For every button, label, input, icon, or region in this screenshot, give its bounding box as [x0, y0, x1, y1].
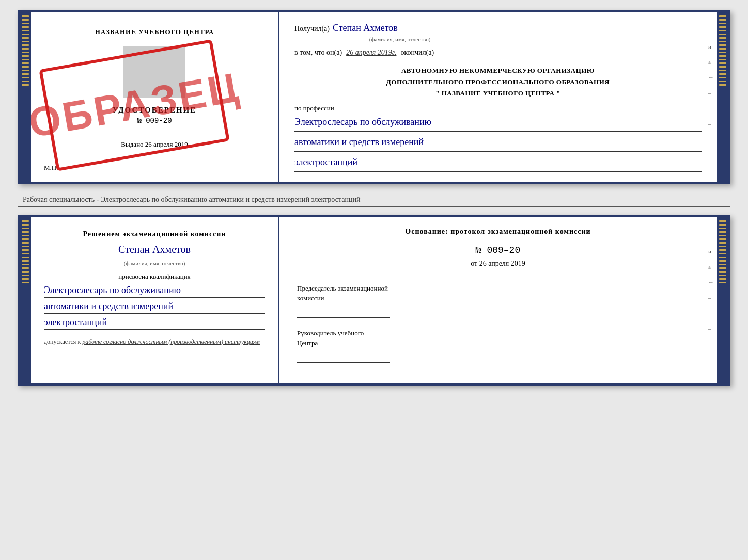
- spine-decoration: [22, 267, 29, 269]
- spine-decoration: [22, 228, 29, 229]
- spine-decoration: [22, 59, 29, 60]
- profession-label: по профессии: [294, 104, 702, 113]
- issued-label: Выдано: [121, 140, 143, 148]
- training-center-title: НАЗВАНИЕ УЧЕБНОГО ЦЕНТРА: [44, 28, 265, 36]
- spine-decoration: [22, 275, 29, 276]
- spine-decoration: [22, 242, 29, 244]
- top-left-page: НАЗВАНИЕ УЧЕБНОГО ЦЕНТРА УДОСТОВЕРЕНИЕ №…: [31, 12, 279, 182]
- spine-decoration: [22, 249, 29, 251]
- cert-title-block: УДОСТОВЕРЕНИЕ № 009-20: [44, 106, 265, 125]
- spine-decoration: [22, 23, 29, 24]
- spine-decoration: [22, 77, 29, 78]
- spine-decoration: [22, 235, 29, 236]
- spine-decoration: [22, 264, 29, 265]
- spine-decoration: [719, 264, 726, 265]
- received-line: Получил(а) Степан Ахметов (фамилия, имя,…: [294, 23, 702, 42]
- spine-decoration: [22, 271, 29, 273]
- mp-label: М.П.: [44, 164, 58, 172]
- org-line3: " НАЗВАНИЕ УЧЕБНОГО ЦЕНТРА ": [294, 88, 702, 99]
- spine-decoration: [22, 238, 29, 240]
- profession-line3: электростанций: [294, 155, 702, 172]
- qual-line3: электростанций: [44, 317, 265, 330]
- bottom-name-written: Степан Ахметов: [44, 244, 265, 257]
- profession-line1: Электрослесарь по обслуживанию: [294, 115, 702, 132]
- spine-decoration: [22, 73, 29, 75]
- spine-decoration: [719, 41, 726, 42]
- spine-decoration: [22, 246, 29, 247]
- spine-decoration: [22, 282, 29, 283]
- predsedatel-line2: комиссии: [297, 293, 699, 303]
- spine-decoration: [719, 84, 726, 86]
- spine-decoration: [719, 77, 726, 78]
- spine-decoration: [719, 228, 726, 229]
- ot-date: от 26 апреля 2019: [297, 260, 699, 268]
- spine-decoration: [719, 52, 726, 53]
- spine-decoration: [22, 224, 29, 226]
- issued-date: 26 апреля 2019: [145, 140, 188, 148]
- org-block: АВТОНОМНУЮ НЕКОММЕРЧЕСКУЮ ОРГАНИЗАЦИЮ ДО…: [294, 65, 702, 99]
- vtom-date: 26 апреля 2019г.: [346, 49, 396, 57]
- spine-decoration: [719, 55, 726, 57]
- vtom-suffix: окончил(а): [400, 49, 434, 57]
- spine-decoration: [719, 26, 726, 28]
- spine-left: [20, 12, 31, 182]
- spine-decoration: [719, 66, 726, 68]
- spine-decoration: [719, 231, 726, 233]
- spine-decoration: [719, 271, 726, 273]
- spine-decoration: [22, 231, 29, 233]
- spine-decoration: [719, 15, 726, 17]
- spine-decoration: [719, 260, 726, 262]
- org-line2: ДОПОЛНИТЕЛЬНОГО ПРОФЕССИОНАЛЬНОГО ОБРАЗО…: [294, 76, 702, 88]
- spine-decoration: [22, 30, 29, 31]
- spine-decoration: [719, 19, 726, 21]
- qual-line2: автоматики и средств измерений: [44, 301, 265, 314]
- spine-decoration: [719, 37, 726, 39]
- spine-decoration: [22, 260, 29, 262]
- spine-decoration: [719, 44, 726, 46]
- spine-decoration: [22, 37, 29, 39]
- rukovoditel-label: Руководитель учебного Центра: [297, 328, 699, 348]
- spine-decoration: [719, 34, 726, 35]
- specialty-label: Рабочая специальность - Электрослесарь п…: [18, 193, 730, 207]
- top-right-page: Получил(а) Степан Ахметов (фамилия, имя,…: [279, 12, 717, 182]
- spine-decoration: [719, 267, 726, 269]
- issued-line: Выдано 26 апреля 2019: [44, 140, 265, 149]
- received-prefix: Получил(а): [294, 25, 330, 33]
- spine-decoration: [719, 59, 726, 60]
- допускается-prefix: допускается к: [44, 338, 81, 345]
- допускается-text: работе согласно должностным (производств…: [82, 338, 260, 345]
- spine-decoration: [22, 84, 29, 86]
- spine-decoration: [22, 15, 29, 17]
- bottom-right-page: Основание: протокол экзаменационной коми…: [279, 217, 717, 383]
- spine-decoration: [22, 66, 29, 68]
- spine-decoration: [22, 70, 29, 71]
- spine-decoration: [719, 257, 726, 258]
- допускается-line: допускается к работе согласно должностны…: [44, 338, 265, 346]
- spine-decoration: [22, 34, 29, 35]
- spine-decoration: [719, 48, 726, 50]
- predsedatel-signature-line: [297, 308, 390, 318]
- spine-decoration: [22, 257, 29, 258]
- bottom-spine-left: [20, 217, 31, 383]
- ot-date-value: 26 апреля 2019: [479, 260, 525, 267]
- bottom-document: Решением экзаменационной комиссии Степан…: [18, 215, 730, 386]
- bottom-fio-small: (фамилия, имя, отчество): [124, 260, 185, 266]
- spine-decoration: [22, 278, 29, 280]
- spine-decoration: [22, 41, 29, 42]
- spine-decoration: [719, 238, 726, 240]
- spine-decoration: [719, 275, 726, 276]
- osnov-line: Основание: протокол экзаменационной коми…: [297, 228, 699, 236]
- side-marks: и а ← – – – –: [708, 43, 714, 142]
- spine-decoration: [22, 44, 29, 46]
- spine-decoration: [719, 70, 726, 71]
- top-document: НАЗВАНИЕ УЧЕБНОГО ЦЕНТРА УДОСТОВЕРЕНИЕ №…: [18, 10, 730, 184]
- protokol-number: № 009–20: [297, 245, 699, 255]
- spine-decoration: [22, 253, 29, 254]
- bottom-left-page: Решением экзаменационной комиссии Степан…: [31, 217, 279, 383]
- cert-number: № 009-20: [44, 117, 265, 125]
- bottom-side-marks: и а ← – – – –: [708, 248, 714, 347]
- bottom-spine-right: [717, 217, 728, 383]
- spine-decoration: [719, 30, 726, 31]
- spine-decoration: [22, 52, 29, 53]
- vtom-prefix: в том, что он(а): [294, 49, 342, 57]
